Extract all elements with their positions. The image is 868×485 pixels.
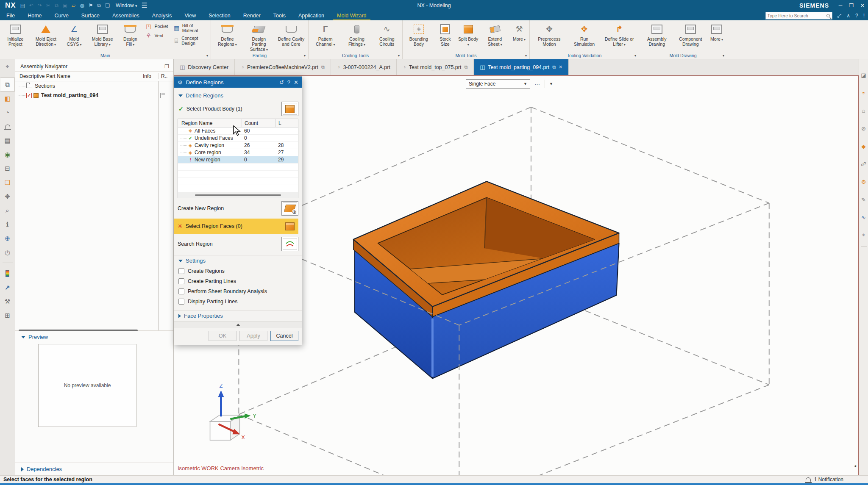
split-body-button[interactable]: Split Body <box>456 21 480 47</box>
pin-icon[interactable]: ⧉ <box>464 64 467 70</box>
checkbox[interactable] <box>178 268 184 274</box>
toolbar-dropdown-icon[interactable]: ▼ <box>549 82 553 86</box>
window-menu[interactable]: Window ▾ <box>116 3 137 8</box>
reset-icon[interactable]: ↺ <box>279 79 284 86</box>
column-region-name[interactable]: Region Name <box>178 120 242 126</box>
menu-file[interactable]: File <box>0 11 21 20</box>
select-product-body-button[interactable] <box>281 102 298 116</box>
parting-curve-icon[interactable]: ∿ <box>859 208 868 226</box>
define-regions-button[interactable]: Define Regions <box>212 21 243 47</box>
minimize-button[interactable]: ─ <box>839 3 843 8</box>
menu-analysis[interactable]: Analysis <box>146 11 178 20</box>
constraint-navigator-icon[interactable]: ◧ <box>0 91 15 105</box>
edit-parting-icon[interactable]: ✎ <box>859 191 868 208</box>
menu-mold-wizard[interactable]: Mold Wizard <box>331 11 373 20</box>
dialog-title-bar[interactable]: ⚙ Define Regions ↺ ? ✕ <box>174 77 302 88</box>
menu-render[interactable]: Render <box>237 11 267 20</box>
horizontal-scrollbar[interactable] <box>19 330 138 331</box>
create-new-region-button[interactable] <box>281 201 298 216</box>
cut-icon[interactable]: ✂ <box>46 3 50 8</box>
tab-premiere-coffee-machine[interactable]: ◔PremiereCoffeeMachineV2.prt⧉ <box>235 59 331 75</box>
command-finder-icon[interactable]: ⚑ <box>89 3 93 8</box>
region-row-cavity[interactable]: ◈Cavity region 2628 <box>178 142 298 149</box>
preprocess-motion-button[interactable]: ✥Preprocess Motion <box>531 21 568 47</box>
region-row-core[interactable]: ◈Core region 3427 <box>178 149 298 156</box>
hide-parting-icon[interactable]: ⊘ <box>859 119 868 137</box>
face-properties-section-header[interactable]: Face Properties <box>178 310 298 321</box>
table-horizontal-scrollbar[interactable] <box>178 192 298 198</box>
tab-test-mold-parting-094[interactable]: ◫Test mold_parting_094.prt⧉✕ <box>474 59 569 75</box>
checkbox[interactable] <box>178 288 184 294</box>
design-parting-surface-button[interactable]: Design Parting Surface <box>243 21 275 52</box>
define-regions-section-header[interactable]: Define Regions <box>178 90 298 101</box>
visual-reports-icon[interactable]: ◉ <box>0 147 15 161</box>
assembly-navigator-icon[interactable]: ⧉ <box>0 78 15 91</box>
command-search[interactable] <box>765 12 832 19</box>
parting-object-icon[interactable]: ◔ <box>0 105 15 119</box>
color-editor-icon[interactable] <box>0 266 15 280</box>
stock-size-button[interactable]: Stock Size <box>434 21 456 47</box>
column-count[interactable]: Count <box>242 119 275 127</box>
pin-icon[interactable]: ⧉ <box>321 64 325 70</box>
close-dialog-icon[interactable]: ✕ <box>294 79 298 86</box>
parting-surface-icon[interactable]: ◓ <box>859 84 868 102</box>
column-r[interactable]: R.. <box>159 73 173 79</box>
pattern-channel-button[interactable]: ΓPattern Channel <box>309 21 342 47</box>
tab-3-007-000224[interactable]: ◔3-007-000224_A.prt <box>331 59 397 75</box>
checkbox[interactable] <box>178 299 184 305</box>
group-dialog-arrow-icon[interactable]: ▾ <box>304 54 306 58</box>
menu-surface[interactable]: Surface <box>75 11 106 20</box>
microphone-icon[interactable]: ◍ <box>80 3 84 8</box>
cooling-fittings-button[interactable]: Cooling Fittings <box>342 21 373 47</box>
column-descriptive-part-name[interactable]: Descriptive Part Name <box>15 73 140 79</box>
settings-section-header[interactable]: Settings <box>178 255 298 266</box>
create-regions-option[interactable]: Create Regions <box>178 266 298 276</box>
cascade-windows-icon[interactable]: ⧉ <box>97 3 101 8</box>
find-region-icon[interactable]: ⌕ <box>0 203 15 217</box>
mold-drawing-more-button[interactable]: More <box>707 21 726 42</box>
vent-button[interactable]: ⚘Vent <box>145 32 168 39</box>
tree-row-sections[interactable]: Sections <box>15 81 173 91</box>
part-checkbox[interactable]: ✓ <box>26 93 32 98</box>
group-dialog-arrow-icon[interactable]: ▾ <box>723 54 724 58</box>
define-cavity-core-button[interactable]: Define Cavity and Core <box>275 21 307 47</box>
menu-selection[interactable]: Selection <box>202 11 236 20</box>
tab-discovery-center[interactable]: ◫Discovery Center <box>174 59 235 75</box>
preview-section-header[interactable]: Preview <box>15 330 173 342</box>
define-slide-lifter-button[interactable]: ↱Define Slide or Lifter <box>601 21 638 47</box>
cooling-circuits-button[interactable]: ∿Cooling Circuits <box>372 21 401 47</box>
restore-button[interactable]: ❐ <box>849 3 854 8</box>
customize-qat-icon[interactable]: ☰ <box>141 1 147 9</box>
motion-icon[interactable]: ✥ <box>0 189 15 203</box>
group-dialog-arrow-icon[interactable]: ▾ <box>206 54 208 58</box>
mold-tools-more-button[interactable]: ⚒More <box>510 21 529 42</box>
select-region-faces-button[interactable] <box>281 219 298 233</box>
reuse-library-icon[interactable]: ▤ <box>0 133 15 147</box>
undock-panel-icon[interactable]: ❐ <box>164 64 169 69</box>
parting-body-icon[interactable]: ◪ <box>859 66 868 84</box>
navigator-column-headers[interactable]: Descriptive Part Name Info R.. <box>15 71 173 81</box>
tree-row-part[interactable]: ✓ Test mold_parting_094 <box>15 91 173 100</box>
menu-tools[interactable]: Tools <box>267 11 292 20</box>
define-regions-icon[interactable]: ◆ <box>859 137 868 155</box>
column-info[interactable]: Info <box>140 73 159 79</box>
history-icon[interactable]: ◷ <box>0 245 15 259</box>
select-region-faces-row[interactable]: ✳ Select Region Faces (0) <box>174 219 298 234</box>
search-input[interactable] <box>766 13 826 18</box>
layout-icon[interactable]: ⊞ <box>0 308 15 322</box>
perform-sheet-boundary-analysis-option[interactable]: Perform Sheet Boundary Analysis <box>178 286 298 297</box>
target-icon[interactable]: ⌖ <box>0 59 15 73</box>
save-icon[interactable]: ▤ <box>20 3 25 8</box>
help-icon[interactable]: ? <box>287 79 290 86</box>
toolbox-icon[interactable]: ⚒ <box>0 294 15 308</box>
extend-sheet-button[interactable]: Extend Sheet <box>480 21 510 47</box>
touch-mode-icon[interactable]: ▱ <box>72 3 75 8</box>
layers-icon[interactable]: ❏ <box>0 175 15 189</box>
fullscreen-icon[interactable]: ⤢ <box>837 13 842 19</box>
copy-icon[interactable]: ⧉ <box>55 3 58 8</box>
close-tab-icon[interactable]: ✕ <box>559 64 562 70</box>
collapse-panel-arrow-icon[interactable]: ◂ <box>854 463 856 468</box>
run-simulation-button[interactable]: ✥Run Simulation <box>568 21 601 47</box>
tab-test-mold-top-075[interactable]: ◔Test mold_top_075.prt⧉ <box>397 59 474 75</box>
initialize-project-button[interactable]: Initialize Project <box>1 21 30 47</box>
